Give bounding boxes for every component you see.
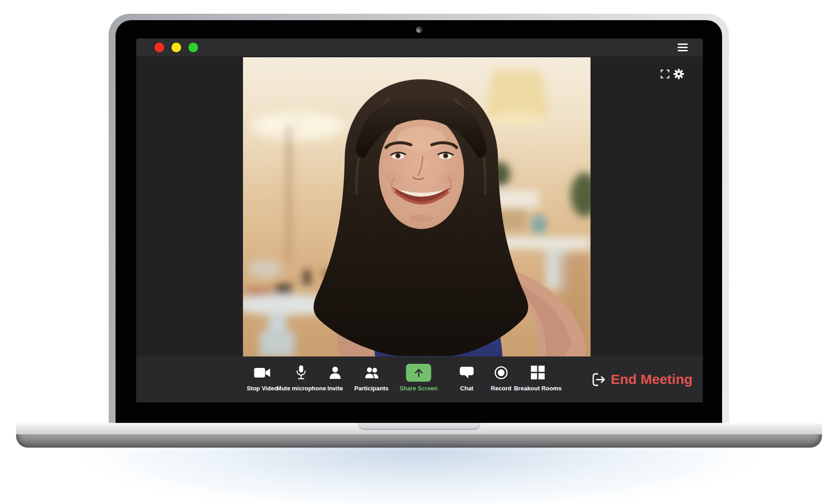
laptop-hinge-notch xyxy=(358,423,480,430)
tool-label: Participants xyxy=(354,385,388,392)
microphone-icon xyxy=(296,362,306,383)
titlebar xyxy=(136,38,703,56)
person-icon xyxy=(329,362,341,383)
people-icon xyxy=(364,362,378,383)
chat-button[interactable]: Chat xyxy=(460,362,474,392)
participant-video-tile xyxy=(243,57,591,356)
fullscreen-icon[interactable] xyxy=(661,70,669,78)
tool-label: Share Screen xyxy=(399,385,437,392)
participant-video-illustration xyxy=(243,57,591,356)
tool-label: Mute microphone xyxy=(276,385,326,392)
webcam-dot xyxy=(416,26,423,33)
meeting-app-window: Stop Video Mute microphone xyxy=(136,38,703,402)
invite-button[interactable]: Invite xyxy=(327,362,343,392)
mute-microphone-button[interactable]: Mute microphone xyxy=(276,362,326,392)
meeting-toolbar: Stop Video Mute microphone xyxy=(136,356,703,402)
record-button[interactable]: Record xyxy=(491,362,512,392)
laptop-base xyxy=(16,423,822,448)
zoom-window-button[interactable] xyxy=(188,43,198,52)
laptop-base-top xyxy=(16,423,822,434)
tool-label: Invite xyxy=(327,385,343,392)
video-camera-icon xyxy=(254,362,270,383)
laptop-shadow xyxy=(79,441,758,504)
page: { "app": { "window_controls": { "close_c… xyxy=(0,0,839,504)
laptop-base-front xyxy=(16,434,822,448)
leave-meeting-icon xyxy=(592,373,606,387)
end-meeting-button[interactable]: End Meeting xyxy=(592,356,692,402)
tool-label: Record xyxy=(491,385,512,392)
hamburger-menu-icon[interactable] xyxy=(678,44,688,51)
chat-bubble-icon xyxy=(460,362,474,383)
close-window-button[interactable] xyxy=(155,43,164,52)
tool-label: Chat xyxy=(460,385,474,392)
share-screen-green-button[interactable] xyxy=(406,364,431,382)
settings-gear-icon[interactable] xyxy=(673,69,684,79)
stop-video-button[interactable]: Stop Video xyxy=(247,362,278,392)
grid-icon xyxy=(531,362,545,383)
breakout-rooms-button[interactable]: Breakout Rooms xyxy=(514,362,562,392)
video-overlay-controls xyxy=(661,69,684,79)
end-meeting-label: End Meeting xyxy=(611,372,692,387)
participants-button[interactable]: Participants xyxy=(354,362,388,392)
record-circle-icon xyxy=(494,362,508,383)
meeting-content-area: Stop Video Mute microphone xyxy=(136,56,703,402)
tool-label: Stop Video xyxy=(247,385,278,392)
window-controls xyxy=(155,43,198,52)
tool-label: Breakout Rooms xyxy=(514,385,562,392)
screen-bezel: Stop Video Mute microphone xyxy=(116,20,722,423)
share-screen-button[interactable]: Share Screen xyxy=(399,362,437,392)
laptop-screen-frame: Stop Video Mute microphone xyxy=(109,14,729,423)
minimize-window-button[interactable] xyxy=(171,43,181,52)
arrow-up-icon xyxy=(414,367,424,378)
